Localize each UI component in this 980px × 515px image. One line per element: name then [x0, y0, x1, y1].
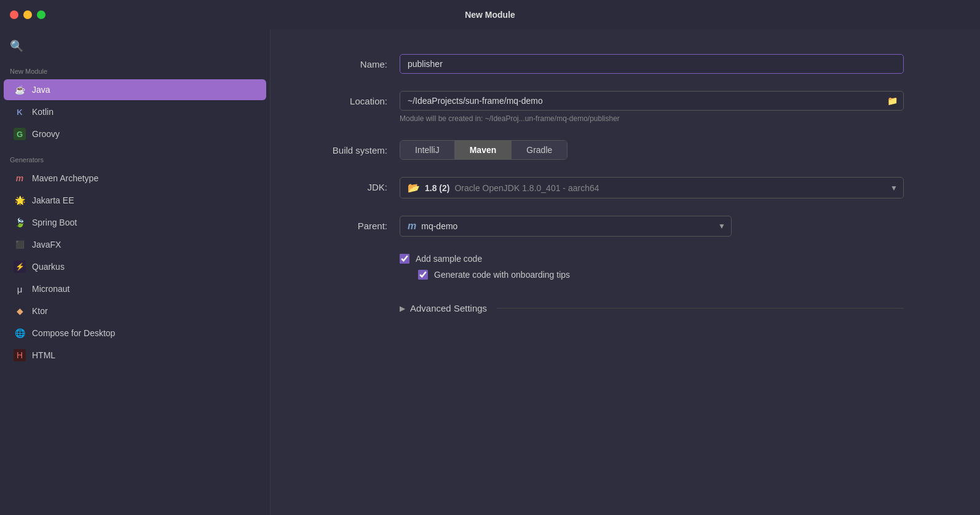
jakarta-icon: 🌟 [14, 194, 26, 206]
sidebar-item-micronaut[interactable]: μ Micronaut [4, 278, 266, 299]
sidebar-item-javafx[interactable]: ⬛ JavaFX [4, 234, 266, 255]
sample-code-spacer [307, 264, 387, 269]
location-wrapper: 📁 [400, 91, 904, 111]
build-system-row: Build system: IntelliJ Maven Gradle [307, 140, 931, 160]
location-input[interactable] [400, 91, 904, 111]
maven-icon: m [14, 172, 26, 184]
section-new-module-label: New Module [0, 63, 270, 79]
sidebar-item-spring-boot[interactable]: 🍃 Spring Boot [4, 212, 266, 233]
sidebar-item-jakarta-label: Jakarta EE [32, 195, 74, 205]
jdk-detail: Oracle OpenJDK 1.8.0_401 - aarch64 [454, 183, 599, 193]
dialog-title: New Module [465, 10, 515, 20]
javafx-icon: ⬛ [14, 238, 26, 251]
sidebar: 🔍 New Module ☕ Java K Kotlin G Groovy Ge… [0, 29, 271, 515]
parent-dropdown[interactable]: m mq-demo [400, 216, 732, 237]
location-row: Location: 📁 Module will be created in: ~… [307, 91, 931, 123]
location-hint: Module will be created in: ~/IdeaProj...… [400, 114, 904, 123]
location-label: Location: [307, 91, 387, 106]
build-btn-maven[interactable]: Maven [455, 141, 512, 159]
sidebar-item-compose[interactable]: 🌐 Compose for Desktop [4, 323, 266, 344]
ktor-icon: ◆ [14, 305, 26, 317]
name-row: Name: [307, 54, 931, 74]
sidebar-search-area: 🔍 [0, 37, 270, 63]
parent-control: m mq-demo ▼ [400, 216, 904, 237]
minimize-button[interactable] [23, 10, 32, 19]
micronaut-icon: μ [14, 283, 26, 295]
build-system-label: Build system: [307, 140, 387, 155]
jdk-row: JDK: 📂 1.8 (2) Oracle OpenJDK 1.8.0_401 … [307, 177, 931, 199]
close-button[interactable] [10, 10, 18, 19]
add-sample-code-label: Add sample code [416, 254, 482, 264]
content-area: Name: Location: 📁 Module will be created… [271, 29, 980, 515]
build-system-toggle: IntelliJ Maven Gradle [400, 140, 567, 160]
sidebar-item-spring-label: Spring Boot [32, 218, 77, 227]
advanced-settings-toggle[interactable]: ▶ Advanced Settings [400, 303, 904, 313]
sidebar-item-kotlin-label: Kotlin [32, 107, 53, 117]
jdk-label: JDK: [307, 177, 387, 192]
sidebar-item-kotlin[interactable]: K Kotlin [4, 101, 266, 122]
sidebar-item-jakarta[interactable]: 🌟 Jakarta EE [4, 190, 266, 211]
parent-value: mq-demo [421, 221, 457, 231]
titlebar-controls [10, 10, 45, 19]
generate-tips-row: Generate code with onboarding tips [418, 270, 904, 280]
parent-label: Parent: [307, 216, 387, 231]
kotlin-icon: K [14, 106, 26, 118]
titlebar: New Module [0, 0, 980, 29]
java-icon: ☕ [14, 84, 26, 96]
sidebar-item-ktor[interactable]: ◆ Ktor [4, 301, 266, 321]
maven-parent-icon: m [408, 221, 416, 232]
add-sample-code-row: Add sample code [400, 254, 904, 264]
parent-row: Parent: m mq-demo ▼ [307, 216, 931, 237]
jdk-control: 📂 1.8 (2) Oracle OpenJDK 1.8.0_401 - aar… [400, 177, 904, 199]
sample-code-row: Add sample code Generate code with onboa… [307, 254, 931, 280]
sidebar-item-javafx-label: JavaFX [32, 240, 61, 250]
sidebar-item-maven-archetype[interactable]: m Maven Archetype [4, 168, 266, 189]
add-sample-code-checkbox[interactable] [400, 254, 409, 264]
advanced-settings-row: ▶ Advanced Settings [307, 303, 931, 313]
build-btn-gradle[interactable]: Gradle [512, 141, 567, 159]
sidebar-item-ktor-label: Ktor [32, 306, 48, 316]
spring-boot-icon: 🍃 [14, 216, 26, 229]
sidebar-item-java-label: Java [32, 85, 50, 95]
groovy-icon: G [14, 128, 26, 140]
sidebar-item-html-label: HTML [32, 350, 55, 360]
generate-tips-label: Generate code with onboarding tips [434, 270, 570, 280]
sidebar-item-compose-label: Compose for Desktop [32, 328, 115, 338]
name-input[interactable] [400, 54, 904, 74]
build-btn-intellij[interactable]: IntelliJ [400, 141, 455, 159]
compose-icon: 🌐 [14, 327, 26, 339]
sidebar-item-groovy-label: Groovy [32, 129, 60, 139]
browse-folder-icon[interactable]: 📁 [887, 96, 898, 106]
maximize-button[interactable] [37, 10, 45, 19]
generate-tips-checkbox[interactable] [418, 270, 428, 280]
html-icon: H [14, 349, 26, 361]
sample-code-control: Add sample code Generate code with onboa… [400, 254, 904, 280]
jdk-folder-icon: 📂 [408, 182, 420, 194]
advanced-spacer [307, 306, 387, 311]
sidebar-item-java[interactable]: ☕ Java [4, 79, 266, 100]
jdk-dropdown-wrapper: 📂 1.8 (2) Oracle OpenJDK 1.8.0_401 - aar… [400, 177, 904, 199]
search-button[interactable]: 🔍 [10, 39, 23, 53]
chevron-right-icon: ▶ [400, 304, 405, 313]
advanced-label: Advanced Settings [410, 303, 487, 313]
quarkus-icon: ⚡ [14, 261, 26, 273]
main-layout: 🔍 New Module ☕ Java K Kotlin G Groovy Ge… [0, 29, 980, 515]
sidebar-item-html[interactable]: H HTML [4, 345, 266, 366]
build-system-control: IntelliJ Maven Gradle [400, 140, 904, 160]
sidebar-item-groovy[interactable]: G Groovy [4, 124, 266, 144]
sidebar-item-micronaut-label: Micronaut [32, 284, 69, 294]
jdk-dropdown[interactable]: 📂 1.8 (2) Oracle OpenJDK 1.8.0_401 - aar… [400, 177, 904, 199]
name-control [400, 54, 904, 74]
name-label: Name: [307, 54, 387, 69]
jdk-version: 1.8 (2) [425, 183, 449, 193]
section-generators-label: Generators [0, 151, 270, 167]
sidebar-item-quarkus[interactable]: ⚡ Quarkus [4, 256, 266, 277]
advanced-control: ▶ Advanced Settings [400, 303, 904, 313]
location-control: 📁 Module will be created in: ~/IdeaProj.… [400, 91, 904, 123]
sidebar-item-maven-label: Maven Archetype [32, 173, 98, 183]
sidebar-item-quarkus-label: Quarkus [32, 262, 65, 272]
advanced-divider [497, 308, 904, 309]
